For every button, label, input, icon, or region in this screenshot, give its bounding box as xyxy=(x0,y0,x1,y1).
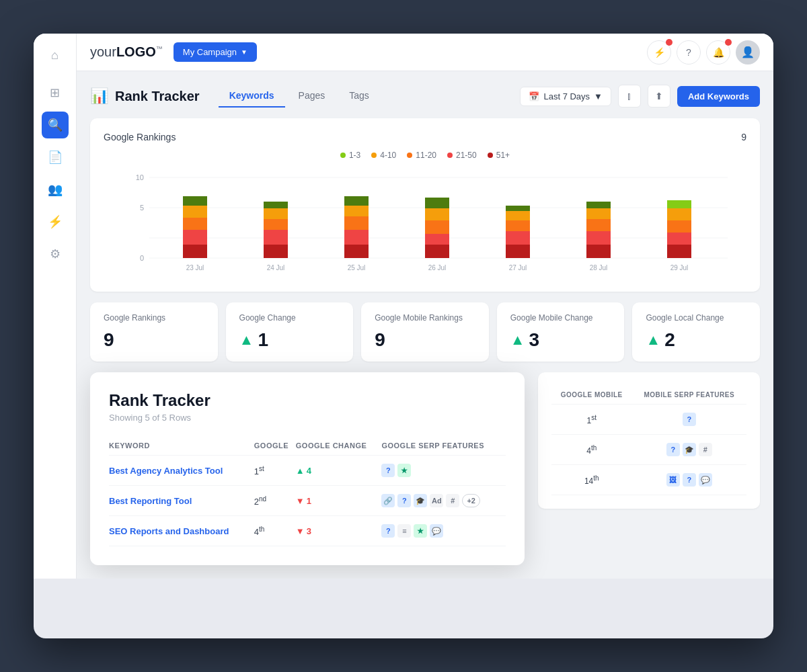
keyword-link-2[interactable]: SEO Reports and Dashboard xyxy=(109,526,229,536)
svg-rect-26 xyxy=(425,234,449,245)
svg-rect-46 xyxy=(667,208,691,220)
metric-value-3: ▲ 3 xyxy=(510,329,611,351)
tab-keywords[interactable]: Keywords xyxy=(219,85,285,108)
sidebar-file-icon[interactable]: 📄 xyxy=(42,144,69,171)
svg-rect-20 xyxy=(344,230,369,245)
change-2: ▼ 3 xyxy=(296,526,382,536)
svg-rect-14 xyxy=(264,230,288,245)
svg-rect-19 xyxy=(344,245,369,258)
serp-q-1: ? xyxy=(397,494,411,507)
metric-google-mobile-change: Google Mobile Change ▲ 3 xyxy=(497,302,625,362)
right-serp-features-0: ? xyxy=(635,413,744,426)
chart-count: 9 xyxy=(741,132,746,142)
metric-number-0: 9 xyxy=(104,329,114,351)
svg-rect-33 xyxy=(506,220,530,231)
metric-number-1: 1 xyxy=(258,329,268,351)
keyword-link-0[interactable]: Best Agency Analytics Tool xyxy=(109,466,223,476)
logo-your: your xyxy=(90,44,116,59)
serp-q-2: ? xyxy=(381,524,395,538)
keyword-link-1[interactable]: Best Reporting Tool xyxy=(109,496,192,506)
svg-rect-17 xyxy=(264,202,288,208)
svg-rect-10 xyxy=(183,206,207,218)
right-serp-features-2: 🖼 ? 💬 xyxy=(635,473,744,487)
tab-pages[interactable]: Pages xyxy=(288,85,336,108)
data-table: Keyword Google Google Change Google SERP… xyxy=(109,436,506,546)
metric-title-2: Google Mobile Rankings xyxy=(375,313,475,323)
sidebar-search-icon[interactable]: 🔍 xyxy=(42,112,69,138)
sidebar-plug-icon[interactable]: ⚡ xyxy=(42,208,69,235)
page-title: Rank Tracker xyxy=(115,89,200,104)
sidebar-grid-icon[interactable]: ⊞ xyxy=(42,79,69,106)
svg-rect-34 xyxy=(506,211,530,220)
avatar-button[interactable]: 👤 xyxy=(736,40,760,65)
svg-rect-41 xyxy=(586,202,611,208)
page-title-area: 📊 Rank Tracker xyxy=(90,87,200,105)
svg-rect-29 xyxy=(425,198,449,208)
col-google-change: Google Change xyxy=(296,436,382,456)
right-section: Google Mobile Mobile SERP Features 1st xyxy=(538,372,760,565)
topnav-right: ⚡ ? 🔔 👤 xyxy=(647,40,760,65)
main-content: yourLOGO™ My Campaign ▼ ⚡ ? 🔔 👤 xyxy=(77,34,773,579)
change-arrow-up-4: ▲ xyxy=(646,331,660,349)
change-1: ▼ 1 xyxy=(296,496,382,506)
sidebar-home-icon[interactable]: ⌂ xyxy=(42,42,69,69)
right-rank-num-2: 14 xyxy=(584,476,593,486)
rank-value-2: 4th xyxy=(254,527,265,537)
svg-rect-23 xyxy=(344,196,369,206)
right-rank-sup-1: th xyxy=(591,444,597,452)
legend-item-1-3: 1-3 xyxy=(340,151,360,160)
right-col-mobile: Google Mobile xyxy=(551,386,632,405)
serp-plus-1: +2 xyxy=(462,494,480,507)
svg-text:5: 5 xyxy=(140,204,144,212)
svg-rect-47 xyxy=(667,200,691,208)
app-container: ⌂ ⊞ 🔍 📄 👥 ⚡ ⚙ yourLOGO™ My Campaign ▼ xyxy=(34,34,773,579)
legend-label-51plus: 51+ xyxy=(496,151,510,160)
svg-text:24 Jul: 24 Jul xyxy=(267,264,285,271)
svg-rect-28 xyxy=(425,208,449,220)
date-range-button[interactable]: 📅 Last 7 Days ▼ xyxy=(520,87,611,106)
tab-tags[interactable]: Tags xyxy=(338,85,380,108)
svg-rect-7 xyxy=(183,245,207,258)
campaign-button[interactable]: My Campaign ▼ xyxy=(174,42,257,62)
right-rank-1: 4th xyxy=(551,435,632,465)
col-google: Google xyxy=(254,436,296,456)
add-keywords-button[interactable]: Add Keywords xyxy=(677,86,760,107)
campaign-dropdown-arrow: ▼ xyxy=(241,48,247,56)
svg-rect-21 xyxy=(344,216,369,230)
chart-svg-container: 10 5 0 23 Jul xyxy=(104,171,746,278)
legend-dot-21-50 xyxy=(447,153,453,158)
change-val-1: 1 xyxy=(307,496,311,506)
lightning-button[interactable]: ⚡ xyxy=(647,40,671,65)
table-row: Best Agency Analytics Tool 1st ▲ 4 xyxy=(109,456,506,486)
date-range-label: Last 7 Days xyxy=(543,91,590,101)
right-table-row-0: 1st ? xyxy=(551,405,746,435)
table-body: Best Agency Analytics Tool 1st ▲ 4 xyxy=(109,456,506,546)
sidebar-settings-icon[interactable]: ⚙ xyxy=(42,241,69,267)
serp-star-2: ★ xyxy=(414,524,427,538)
right-serp-edu-1: 🎓 xyxy=(683,443,696,456)
svg-text:23 Jul: 23 Jul xyxy=(186,264,204,271)
svg-rect-27 xyxy=(425,220,449,234)
help-button[interactable]: ? xyxy=(677,40,701,65)
metric-title-4: Google Local Change xyxy=(646,313,746,323)
legend-label-21-50: 21-50 xyxy=(456,151,477,160)
change-val-0: 4 xyxy=(307,466,311,476)
popup-subtitle: Showing 5 of 5 Rows xyxy=(109,413,506,423)
metric-google-mobile-rankings: Google Mobile Rankings 9 xyxy=(361,302,489,362)
rank-num-0: 1 xyxy=(254,466,259,476)
sidebar-users-icon[interactable]: 👥 xyxy=(42,176,69,203)
change-arrow-up-3: ▲ xyxy=(510,331,525,349)
change-val-2: 3 xyxy=(307,526,311,536)
metric-google-change: Google Change ▲ 1 xyxy=(226,302,354,362)
columns-button[interactable]: ⫿ xyxy=(618,85,641,108)
legend-item-51plus: 51+ xyxy=(488,151,510,160)
serp-hash-1: # xyxy=(446,494,459,507)
logo-bold: LOGO xyxy=(116,44,156,59)
popup-title: Rank Tracker xyxy=(109,391,506,410)
chart-header: Google Rankings 9 xyxy=(104,132,746,142)
right-table: Google Mobile Mobile SERP Features 1st xyxy=(551,386,746,495)
legend-label-4-10: 4-10 xyxy=(380,151,396,160)
right-rank-2: 14th xyxy=(551,465,632,495)
notifications-button[interactable]: 🔔 xyxy=(706,40,730,65)
share-button[interactable]: ⬆ xyxy=(648,85,670,108)
